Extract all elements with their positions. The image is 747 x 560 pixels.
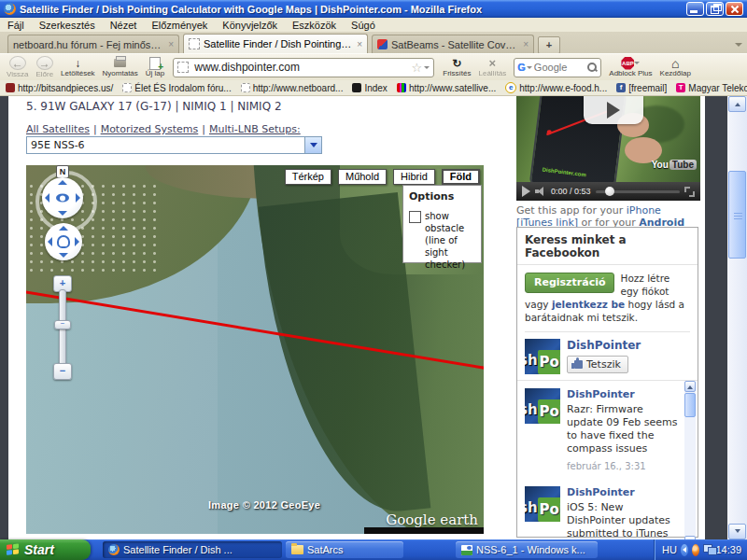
bookmark-item[interactable]: ehttp://www.e-food.h... — [505, 82, 607, 93]
link-motorized-systems[interactable]: Motorized Systems — [101, 123, 199, 135]
start-button[interactable]: Start — [0, 539, 91, 560]
tray-collapse-icon[interactable] — [681, 544, 688, 556]
zoom-out-button[interactable]: − — [53, 363, 72, 380]
home-button[interactable]: ⌂ Kezdőlap — [656, 55, 695, 80]
bookmark-item[interactable]: http://bitsandpieces.us/ — [6, 83, 113, 93]
print-button[interactable]: Nyomtatás — [99, 55, 142, 80]
posts-scrollbar[interactable] — [684, 381, 696, 547]
map-button-terkep[interactable]: Térkép — [285, 169, 331, 185]
tab-close-icon[interactable]: × — [168, 39, 174, 49]
minimize-button[interactable] — [686, 2, 704, 16]
menu-file[interactable]: Fájl — [7, 20, 24, 31]
look-control[interactable] — [42, 177, 83, 218]
like-button[interactable]: Tetszik — [567, 356, 628, 373]
forward-button[interactable]: → Előre — [32, 55, 57, 80]
satellite-select[interactable]: 95E NSS-6 — [26, 136, 322, 154]
search-input[interactable] — [532, 61, 579, 74]
register-button[interactable]: Regisztráció — [525, 273, 614, 293]
look-left-icon[interactable] — [45, 193, 49, 203]
tray-app-icon[interactable] — [692, 544, 699, 556]
bookmark-item[interactable]: http://www.netboard... — [241, 83, 344, 93]
link-all-satellites[interactable]: All Satellites — [26, 123, 90, 135]
facebook-post[interactable]: shPoi DishPointer Razr: Firmware update … — [517, 381, 698, 479]
restore-button[interactable] — [706, 2, 724, 16]
menu-view[interactable]: Nézet — [110, 20, 137, 31]
pan-down-icon[interactable] — [59, 253, 68, 258]
google-earth-wordmark: Google earth — [386, 511, 478, 528]
scroll-up-button[interactable] — [728, 96, 746, 112]
stop-button[interactable]: × Leállítás — [475, 55, 511, 80]
video-volume-icon[interactable] — [535, 187, 546, 196]
taskbar-task-satarcs[interactable]: SatArcs — [286, 541, 403, 558]
look-up-icon[interactable] — [58, 180, 67, 185]
bookmark-item[interactable]: Élet ÉS Irodalom fóru... — [122, 83, 231, 93]
facebook-post[interactable]: shPoi DishPointer iOS 5: New DishPointer… — [517, 479, 698, 547]
link-multi-lnb[interactable]: Multi-LNB Setups: — [209, 123, 301, 135]
new-tab-button[interactable]: + — [538, 36, 560, 54]
search-box[interactable]: G — [514, 58, 601, 77]
adblock-button[interactable]: ABP Adblock Plus — [605, 55, 655, 80]
video-play-button[interactable] — [584, 96, 643, 124]
scrollbar-thumb[interactable] — [684, 393, 696, 417]
url-input[interactable] — [192, 60, 411, 75]
language-indicator[interactable]: HU — [662, 544, 677, 555]
browser-scrollbar[interactable] — [727, 96, 747, 539]
video-progress-knob[interactable] — [605, 187, 614, 196]
show-obstacle-checkbox[interactable] — [409, 211, 421, 223]
bookmark-item[interactable]: f[freemail] — [616, 83, 667, 93]
refresh-button[interactable]: ↻ Frissítés — [439, 55, 474, 80]
satellite-list-item[interactable]: 5. 91W GALAXY 17 (G-17) | NIMIQ 1 | NIMI… — [26, 100, 282, 113]
pan-right-icon[interactable] — [75, 237, 79, 246]
tab-satbeams[interactable]: SatBeams - Satellite Coverage Maps - Sa.… — [372, 35, 534, 53]
video-play-icon[interactable] — [522, 186, 530, 197]
video-fullscreen-icon[interactable] — [684, 187, 695, 197]
post-author-link[interactable]: DishPointer — [567, 486, 683, 499]
youtube-video-player[interactable]: DishPointer.com You Tube 0:00 / 0:53 — [516, 96, 700, 201]
bookmarks-bar: http://bitsandpieces.us/ Élet ÉS Irodalo… — [0, 80, 747, 96]
bookmark-item[interactable]: TMagyar Telekom Belépés — [676, 83, 747, 93]
taskbar-task-firefox[interactable]: Satellite Finder / Dish ... — [103, 541, 282, 558]
tab-netboard[interactable]: netboard.hu fórum - Fej minőség vagy t..… — [7, 35, 179, 53]
tab-close-icon[interactable]: × — [357, 39, 362, 49]
taskbar-task-imageviewer[interactable]: NSS-6_1 - Windows k... — [456, 541, 598, 558]
post-author-link[interactable]: DishPointer — [567, 388, 683, 401]
bookmark-item[interactable]: http://www.satellive... — [397, 83, 496, 93]
look-right-icon[interactable] — [76, 193, 80, 203]
video-progress-bar[interactable] — [596, 190, 680, 193]
video-thumbnail[interactable]: DishPointer.com You Tube — [516, 96, 700, 182]
pan-control[interactable] — [45, 223, 82, 260]
tab-list-dropdown-icon[interactable] — [735, 43, 742, 50]
pan-up-icon[interactable] — [59, 226, 68, 231]
new-tab-toolbar-button[interactable]: + Új lap — [142, 55, 168, 80]
bookmark-star-icon[interactable]: ☆ — [412, 61, 423, 75]
scrollbar-thumb[interactable] — [728, 171, 746, 259]
map-canvas[interactable]: N + − − Térkép Műhold — [26, 165, 484, 534]
search-icon[interactable] — [586, 62, 598, 73]
profile-name-link[interactable]: DishPointer — [567, 339, 641, 352]
back-button[interactable]: ← Vissza — [3, 55, 32, 80]
menu-help[interactable]: Súgó — [351, 20, 375, 31]
map-button-hibrid[interactable]: Hibrid — [393, 169, 435, 185]
zoom-slider-handle[interactable]: − — [54, 320, 71, 329]
login-link[interactable]: jelentkezz be — [552, 299, 625, 310]
map-button-muhold[interactable]: Műhold — [338, 169, 387, 185]
scroll-up-button[interactable] — [684, 381, 696, 392]
menu-history[interactable]: Előzmények — [151, 20, 207, 31]
menu-tools[interactable]: Eszközök — [292, 20, 336, 31]
map-button-fold[interactable]: Föld — [442, 169, 480, 185]
downloads-button[interactable]: ↓ Letöltések — [57, 55, 98, 80]
url-dropdown-icon[interactable] — [424, 66, 430, 72]
menu-bookmarks[interactable]: Könyvjelzők — [222, 20, 277, 31]
page-background-right — [705, 96, 727, 539]
scroll-down-button[interactable] — [728, 524, 746, 539]
tab-dishpointer[interactable]: Satellite Finder / Dish Pointing Calcula… — [183, 34, 368, 53]
menu-edit[interactable]: Szerkesztés — [39, 20, 95, 31]
close-button[interactable] — [726, 2, 743, 16]
look-down-icon[interactable] — [58, 211, 67, 216]
bookmark-item[interactable]: Index — [352, 83, 387, 93]
url-bar[interactable]: ☆ — [173, 58, 434, 77]
select-dropdown-icon[interactable] — [304, 137, 321, 153]
tab-close-icon[interactable]: × — [523, 39, 529, 49]
network-icon[interactable] — [703, 544, 712, 555]
pan-left-icon[interactable] — [48, 237, 52, 246]
